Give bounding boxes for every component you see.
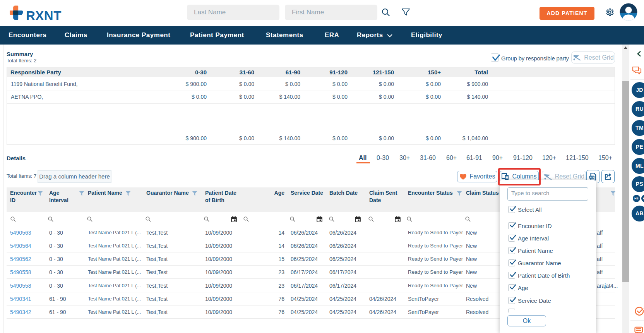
svg-text:PDF: PDF [590,176,595,179]
